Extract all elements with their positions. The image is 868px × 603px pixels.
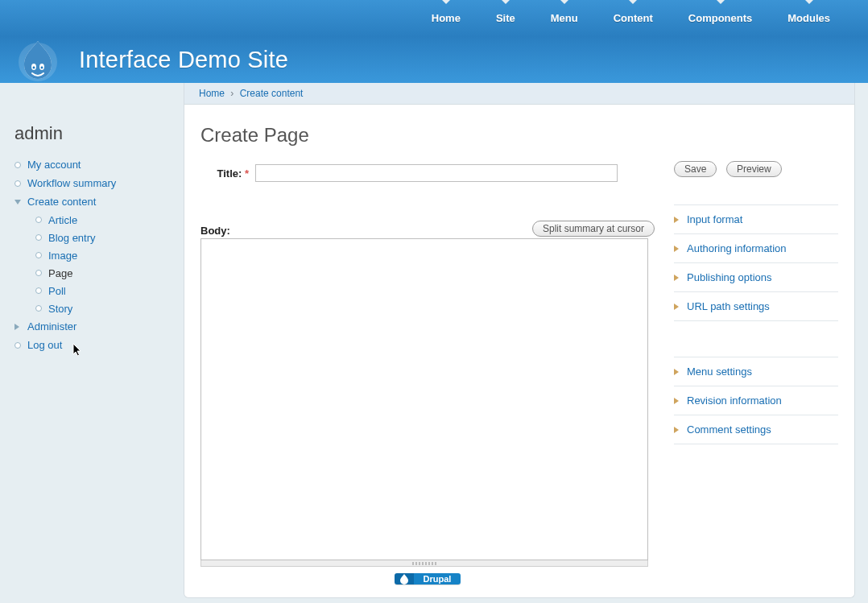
collapsed-arrow-icon [674, 398, 679, 404]
fieldset-authoring-information[interactable]: Authoring information [674, 234, 838, 263]
fieldset-comment-settings[interactable]: Comment settings [674, 415, 838, 444]
sidebar-item-story[interactable]: Story [35, 299, 176, 317]
body-label: Body: [200, 225, 230, 237]
sidebar-item-poll[interactable]: Poll [35, 282, 176, 299]
required-marker: * [245, 167, 249, 180]
sidebar-item-label: Poll [48, 285, 66, 297]
sidebar-item-log-out[interactable]: Log out [14, 336, 176, 354]
sidebar-item-administer[interactable]: Administer [14, 317, 176, 336]
fieldset-label: Revision information [687, 394, 782, 407]
sidebar-item-blog-entry[interactable]: Blog entry [35, 229, 176, 246]
bullet-icon [35, 252, 42, 258]
bullet-icon [14, 162, 21, 168]
collapsed-arrow-icon [674, 304, 679, 310]
sidebar-item-label: Create content [27, 196, 96, 208]
drupal-badge[interactable]: Drupal [395, 573, 461, 584]
breadcrumb: Home › Create content [184, 83, 854, 105]
sidebar-item-workflow-summary[interactable]: Workflow summary [14, 174, 176, 192]
sidebar-item-my-account[interactable]: My account [14, 155, 176, 174]
bullet-icon [35, 217, 42, 223]
right-rail: Save Preview Input format Authoring info… [674, 121, 838, 584]
nav-menu[interactable]: Menu [533, 0, 596, 36]
sidebar: admin My account Workflow summary Create… [0, 83, 184, 362]
fieldset-label: Comment settings [687, 423, 771, 436]
sidebar-item-label: Article [48, 214, 77, 226]
breadcrumb-home[interactable]: Home [199, 88, 225, 99]
preview-button[interactable]: Preview [726, 161, 782, 177]
fieldset-label: Input format [687, 213, 742, 225]
form-actions: Save Preview [674, 161, 838, 177]
top-nav: Home Site Menu Content Components Module… [0, 0, 868, 36]
fieldset-url-path-settings[interactable]: URL path settings [674, 292, 838, 321]
collapsed-arrow-icon [674, 427, 679, 433]
fieldset-input-format[interactable]: Input format [674, 204, 838, 234]
collapsed-icon [14, 324, 21, 330]
expanded-icon [14, 200, 21, 204]
title-input[interactable] [255, 164, 618, 182]
collapsed-arrow-icon [674, 369, 679, 375]
sidebar-item-image[interactable]: Image [35, 246, 176, 264]
sidebar-item-label: Administer [27, 320, 76, 332]
split-summary-button[interactable]: Split summary at cursor [532, 221, 655, 237]
main-panel: Home › Create content Create Page Title:… [184, 83, 855, 598]
bullet-icon [35, 287, 42, 294]
title-label: Title: * [200, 167, 249, 180]
site-title: Interface Demo Site [79, 47, 288, 73]
save-button[interactable]: Save [674, 161, 717, 177]
sidebar-item-page[interactable]: Page [35, 264, 176, 282]
sidebar-item-label: Image [48, 250, 77, 262]
nav-home[interactable]: Home [414, 0, 478, 36]
bullet-icon [35, 234, 42, 241]
fieldset-publishing-options[interactable]: Publishing options [674, 263, 838, 292]
breadcrumb-create-content[interactable]: Create content [240, 88, 304, 99]
bullet-icon [35, 305, 42, 312]
sidebar-item-label: My account [27, 159, 81, 171]
collapsed-arrow-icon [674, 246, 679, 252]
sidebar-item-article[interactable]: Article [35, 211, 176, 229]
sidebar-item-label: Log out [27, 339, 62, 351]
svg-point-4 [41, 67, 43, 69]
drupal-badge-label: Drupal [414, 573, 461, 584]
title-field-row: Title: * [200, 164, 655, 182]
sidebar-item-label: Blog entry [48, 232, 96, 244]
collapsed-arrow-icon [674, 217, 679, 223]
bullet-icon [14, 342, 21, 349]
drupal-drop-icon [395, 573, 414, 584]
sidebar-item-label: Workflow summary [27, 177, 116, 189]
title-label-text: Title: [217, 167, 242, 180]
nav-modules[interactable]: Modules [770, 0, 848, 36]
textarea-resize-handle[interactable] [200, 560, 648, 567]
bullet-icon [14, 180, 21, 187]
sidebar-heading: admin [14, 123, 176, 144]
nav-components[interactable]: Components [671, 0, 770, 36]
svg-point-3 [33, 67, 35, 69]
form-area: Create Page Title: * Body: Split summary… [200, 121, 655, 584]
bullet-icon [35, 270, 42, 276]
site-banner: Interface Demo Site [0, 36, 868, 83]
page-title: Create Page [200, 124, 655, 147]
fieldset-label: Menu settings [687, 366, 752, 378]
fieldset-label: Publishing options [687, 271, 772, 283]
collapsed-arrow-icon [674, 275, 679, 281]
fieldset-label: URL path settings [687, 300, 770, 312]
body-textarea[interactable] [200, 238, 648, 560]
drupal-logo-icon [16, 38, 60, 81]
sidebar-item-create-content[interactable]: Create content [14, 192, 176, 211]
fieldset-revision-information[interactable]: Revision information [674, 386, 838, 415]
fieldset-menu-settings[interactable]: Menu settings [674, 357, 838, 386]
sidebar-item-label: Page [48, 267, 72, 279]
fieldset-label: Authoring information [687, 242, 787, 254]
nav-content[interactable]: Content [596, 0, 671, 36]
nav-site[interactable]: Site [478, 0, 533, 36]
sidebar-item-label: Story [48, 303, 72, 315]
breadcrumb-separator: › [230, 88, 234, 99]
grip-icon [412, 562, 436, 565]
